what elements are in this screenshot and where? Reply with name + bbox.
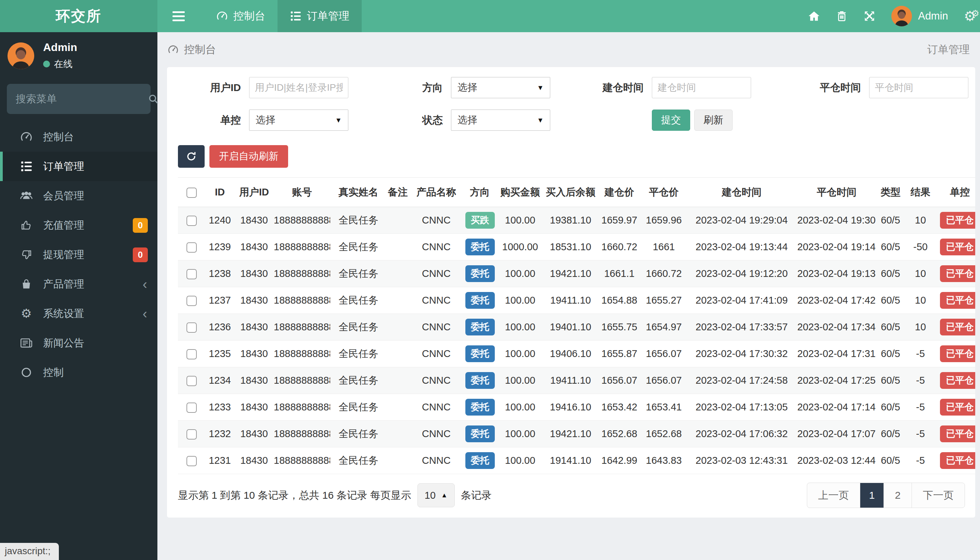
cell-type: 60/5: [876, 394, 905, 421]
control-badge[interactable]: 已平仓: [940, 292, 975, 309]
sidebar-toggle-icon[interactable]: [162, 0, 195, 32]
sidebar-item-news[interactable]: 新闻公告: [0, 328, 157, 358]
caret-down-icon: ▼: [537, 84, 544, 92]
cell-id: 1233: [205, 394, 235, 421]
row-checkbox[interactable]: [186, 242, 197, 253]
top-tabs: 控制台 订单管理: [204, 0, 362, 32]
select-all-checkbox[interactable]: [186, 188, 197, 198]
control-badge[interactable]: 已平仓: [940, 425, 975, 442]
cell-control: 已平仓: [936, 234, 975, 260]
home-icon[interactable]: [808, 10, 820, 22]
refresh-button[interactable]: 刷新: [694, 110, 733, 131]
sidebar-item-orders[interactable]: 订单管理: [0, 152, 157, 181]
submit-button[interactable]: 提交: [652, 110, 690, 131]
control-badge[interactable]: 已平仓: [940, 319, 975, 335]
dashboard-icon: [18, 131, 34, 143]
user-id-input[interactable]: [249, 77, 348, 98]
table-body: 12401843018888888888全民任务CNNC买跌100.001938…: [178, 207, 975, 474]
page-1-button[interactable]: 1: [860, 483, 884, 508]
control-badge[interactable]: 已平仓: [940, 372, 975, 389]
control-badge[interactable]: 已平仓: [940, 452, 975, 469]
cell-product: CNNC: [409, 394, 464, 421]
settings-gears-icon[interactable]: ⚙⚙: [964, 8, 975, 24]
cell-result: -5: [905, 421, 936, 447]
cell-direction: 买跌: [464, 207, 496, 234]
cell-user_id: 18430: [235, 341, 274, 367]
brand-logo[interactable]: 环交所: [0, 0, 157, 32]
control-badge[interactable]: 已平仓: [940, 265, 975, 282]
row-checkbox[interactable]: [186, 269, 197, 279]
row-checkbox[interactable]: [186, 403, 197, 413]
col-header-open_price: 建仓价: [597, 178, 642, 207]
user-menu[interactable]: Admin: [891, 6, 948, 27]
breadcrumb-dashboard-link[interactable]: 控制台: [168, 42, 216, 57]
cell-real_name: 全民任务: [330, 234, 387, 260]
col-header-balance: 买入后余额: [544, 178, 597, 207]
row-checkbox[interactable]: [186, 216, 197, 226]
cell-remark: [387, 447, 409, 474]
cell-remark: [387, 314, 409, 341]
cell-id: 1231: [205, 447, 235, 474]
direction-badge: 委托: [465, 425, 495, 442]
menu-search-input[interactable]: [16, 93, 148, 105]
col-header-account: 账号: [274, 178, 330, 207]
row-checkbox[interactable]: [186, 296, 197, 306]
sidebar-item-withdraw[interactable]: 提现管理 0: [0, 240, 157, 269]
row-checkbox[interactable]: [186, 349, 197, 359]
control-badge[interactable]: 已平仓: [940, 345, 975, 362]
fullscreen-icon[interactable]: [864, 10, 876, 22]
sidebar-item-members[interactable]: 会员管理: [0, 181, 157, 210]
cell-balance: 19381.10: [544, 207, 597, 234]
cell-close_price: 1655.27: [642, 287, 686, 314]
filter-buttons: 提交 刷新: [652, 110, 733, 131]
direction-select[interactable]: 选择 ▼: [451, 77, 550, 98]
sidebar-item-control[interactable]: 控制: [0, 358, 157, 387]
trash-icon[interactable]: [836, 10, 848, 22]
sidebar-item-products[interactable]: 产品管理 ‹: [0, 269, 157, 299]
control-select[interactable]: 选择 ▼: [249, 110, 348, 131]
cell-control: 已平仓: [936, 341, 975, 367]
cell-control: 已平仓: [936, 287, 975, 314]
sidebar-item-recharge[interactable]: 充值管理 0: [0, 210, 157, 240]
control-badge[interactable]: 已平仓: [940, 238, 975, 255]
table-row: 12311843018888888888全民任务CNNC委托100.001914…: [178, 447, 975, 474]
cell-real_name: 全民任务: [330, 421, 387, 447]
auto-refresh-button[interactable]: 开启自动刷新: [210, 145, 288, 168]
tab-dashboard[interactable]: 控制台: [204, 0, 278, 32]
cell-type: 60/5: [876, 421, 905, 447]
cell-user_id: 18430: [235, 207, 274, 234]
cell-balance: 19401.10: [544, 314, 597, 341]
row-checkbox[interactable]: [186, 376, 197, 386]
cell-direction: 委托: [464, 447, 496, 474]
cell-type: 60/5: [876, 207, 905, 234]
open-time-input[interactable]: [652, 77, 751, 98]
close-time-input[interactable]: [869, 77, 968, 98]
cell-account: 18888888888: [274, 314, 330, 341]
cell-close_price: 1660.72: [642, 260, 686, 287]
status-select[interactable]: 选择 ▼: [451, 110, 550, 131]
cell-close_time: 2023-02-04 17:42:09: [797, 287, 876, 314]
next-page-button[interactable]: 下一页: [912, 483, 965, 508]
row-checkbox[interactable]: [186, 429, 197, 440]
sidebar-item-dashboard[interactable]: 控制台: [0, 122, 157, 152]
row-checkbox[interactable]: [186, 456, 197, 466]
control-badge[interactable]: 已平仓: [940, 399, 975, 415]
direction-badge: 委托: [465, 292, 495, 309]
cell-amount: 100.00: [496, 287, 544, 314]
tab-order-management[interactable]: 订单管理: [278, 0, 362, 32]
reload-table-button[interactable]: [178, 145, 205, 168]
table-row: 12381843018888888888全民任务CNNC委托100.001942…: [178, 260, 975, 287]
page-size-select[interactable]: 10 ▲: [418, 483, 455, 507]
page-2-button[interactable]: 2: [883, 483, 912, 508]
caret-up-icon: ▲: [441, 492, 448, 499]
cell-open_time: 2023-02-04 19:12:20: [686, 260, 797, 287]
cell-product: CNNC: [409, 314, 464, 341]
cell-amount: 100.00: [496, 314, 544, 341]
prev-page-button[interactable]: 上一页: [807, 483, 860, 508]
search-icon[interactable]: [148, 93, 159, 104]
cell-real_name: 全民任务: [330, 394, 387, 421]
sidebar-item-settings[interactable]: ⚙ 系统设置 ‹: [0, 299, 157, 328]
control-badge[interactable]: 已平仓: [940, 212, 975, 229]
row-checkbox[interactable]: [186, 322, 197, 333]
status-label: 状态: [405, 113, 443, 127]
